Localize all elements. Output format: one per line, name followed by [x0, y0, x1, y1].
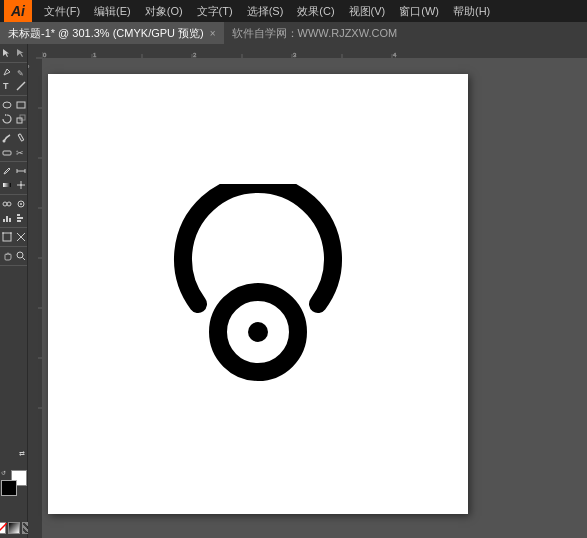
left-toolbar: ✎ T [0, 44, 28, 538]
svg-line-37 [22, 258, 25, 261]
slice-tool[interactable] [14, 230, 27, 244]
menu-select[interactable]: 选择(S) [241, 2, 290, 21]
none-swatch[interactable] [0, 522, 6, 534]
svg-point-22 [7, 202, 11, 206]
svg-rect-28 [17, 214, 20, 216]
title-bar: Ai 文件(F) 编辑(E) 对象(O) 文字(T) 选择(S) 效果(C) 视… [0, 0, 587, 22]
tool-group-graph [0, 197, 27, 228]
tab-secondary[interactable]: 软件自学网：WWW.RJZXW.COM [224, 22, 406, 44]
column-graph-tool[interactable] [0, 211, 13, 225]
tool-group-pen: ✎ T [0, 65, 27, 96]
tab-active[interactable]: 未标题-1* @ 301.3% (CMYK/GPU 预览) × [0, 22, 224, 44]
ellipse-tool[interactable] [0, 98, 13, 112]
tool-group-navigate [0, 249, 27, 266]
artboard-tool[interactable] [0, 230, 13, 244]
direct-select-tool[interactable] [14, 46, 27, 60]
tab-bar: 未标题-1* @ 301.3% (CMYK/GPU 预览) × 软件自学网：WW… [0, 22, 587, 44]
menu-edit[interactable]: 编辑(E) [88, 2, 137, 21]
blend-tool[interactable] [0, 197, 13, 211]
ruler-left: 0 [28, 44, 42, 538]
svg-text:✎: ✎ [17, 69, 24, 77]
svg-point-36 [17, 252, 23, 258]
svg-point-21 [3, 202, 7, 206]
tool-group-artboard [0, 230, 27, 247]
tool-group-shape [0, 98, 27, 129]
gradient-tool[interactable] [0, 178, 13, 192]
svg-point-64 [248, 322, 268, 342]
tool-group-select [0, 46, 27, 63]
scissors-tool[interactable]: ✂ [14, 145, 27, 159]
svg-rect-17 [3, 183, 11, 187]
svg-line-4 [17, 82, 25, 90]
tab-secondary-label: 软件自学网：WWW.RJZXW.COM [232, 26, 398, 41]
svg-rect-53 [28, 44, 42, 538]
svg-rect-31 [3, 233, 11, 241]
tab-close-button[interactable]: × [210, 28, 216, 39]
app-logo: Ai [4, 0, 32, 22]
svg-point-24 [20, 203, 22, 205]
tab-active-label: 未标题-1* @ 301.3% (CMYK/GPU 预览) [8, 26, 204, 41]
svg-point-20 [20, 184, 22, 186]
menu-view[interactable]: 视图(V) [343, 2, 392, 21]
menu-window[interactable]: 窗口(W) [393, 2, 445, 21]
svg-text:T: T [3, 81, 9, 91]
svg-rect-30 [17, 220, 21, 222]
ruler-top: 0 1 2 3 4 [28, 44, 587, 58]
menu-object[interactable]: 对象(O) [139, 2, 189, 21]
svg-rect-39 [28, 44, 587, 58]
reset-colors-icon[interactable]: ↺ [1, 470, 8, 477]
svg-point-10 [2, 140, 5, 143]
foreground-color-swatch[interactable] [1, 480, 17, 496]
eraser-tool[interactable] [0, 145, 13, 159]
gradient-swatch[interactable] [8, 522, 20, 534]
svg-rect-11 [18, 134, 24, 141]
hand-tool[interactable] [0, 249, 13, 263]
arrow-tool[interactable] [0, 46, 13, 60]
zoom-tool[interactable] [14, 249, 27, 263]
svg-marker-1 [17, 49, 24, 57]
svg-rect-6 [17, 102, 25, 108]
tool-group-eyedropper [0, 164, 27, 195]
svg-rect-27 [9, 218, 11, 222]
text-tool[interactable]: T [0, 79, 13, 93]
svg-point-5 [3, 102, 11, 108]
main-layout: ✎ T [0, 44, 587, 538]
scale-tool[interactable] [14, 112, 27, 126]
eyedropper-tool[interactable] [0, 164, 13, 178]
mesh-tool[interactable] [14, 178, 27, 192]
svg-line-38 [0, 523, 7, 535]
bar-graph-tool[interactable] [14, 211, 27, 225]
pencil-tool[interactable] [14, 131, 27, 145]
brush-tool[interactable] [0, 131, 13, 145]
svg-marker-7 [5, 114, 7, 116]
menu-text[interactable]: 文字(T) [191, 2, 239, 21]
add-anchor-tool[interactable]: ✎ [14, 65, 27, 79]
rotate-tool[interactable] [0, 112, 13, 126]
measure-tool[interactable] [14, 164, 27, 178]
tool-group-brush: ✂ [0, 131, 27, 162]
svg-rect-12 [3, 151, 11, 155]
symbol-tool[interactable] [14, 197, 27, 211]
svg-rect-25 [3, 219, 5, 222]
artboard [48, 74, 468, 514]
svg-text:✂: ✂ [16, 148, 24, 157]
svg-marker-0 [3, 49, 9, 57]
pen-tool[interactable] [0, 65, 13, 79]
menu-help[interactable]: 帮助(H) [447, 2, 496, 21]
line-tool[interactable] [14, 79, 27, 93]
artwork [158, 184, 358, 404]
canvas-area[interactable]: 0 1 2 3 4 0 [28, 44, 587, 538]
rectangle-tool[interactable] [14, 98, 27, 112]
menu-bar: 文件(F) 编辑(E) 对象(O) 文字(T) 选择(S) 效果(C) 视图(V… [38, 2, 496, 21]
swap-colors-icon[interactable]: ⇄ [19, 450, 25, 458]
menu-file[interactable]: 文件(F) [38, 2, 86, 21]
menu-effect[interactable]: 效果(C) [291, 2, 340, 21]
svg-rect-26 [6, 216, 8, 222]
svg-rect-29 [17, 217, 23, 219]
